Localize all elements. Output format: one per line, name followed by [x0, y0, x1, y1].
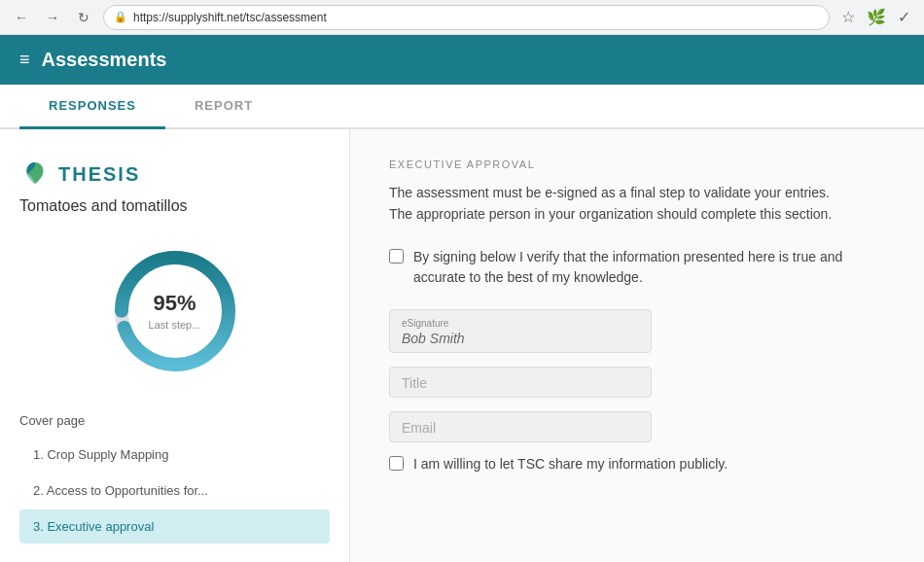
- donut-chart-container: 95% Last step...: [19, 238, 330, 384]
- thesis-logo-text: THESIS: [58, 163, 140, 186]
- share-checkbox-label: I am willing to let TSC share my informa…: [413, 456, 728, 472]
- browser-action-icons: ☆ 🌿 ✓: [837, 6, 914, 28]
- main-content: THESIS Tomatoes and tomatillos 95% Last …: [0, 129, 924, 562]
- hamburger-menu-icon[interactable]: ≡: [19, 50, 30, 70]
- esignature-label: eSignature: [402, 318, 639, 329]
- url-text: https://supplyshift.net/tsc/assessment: [133, 11, 327, 24]
- back-nav-button[interactable]: ←: [10, 6, 33, 29]
- share-checkbox-row: I am willing to let TSC share my informa…: [389, 456, 856, 472]
- star-icon[interactable]: ☆: [837, 6, 859, 28]
- right-content: EXECUTIVE APPROVAL The assessment must b…: [350, 129, 924, 562]
- sidebar: THESIS Tomatoes and tomatillos 95% Last …: [0, 129, 350, 562]
- verify-checkbox-label: By signing below I verify that the infor…: [413, 247, 856, 288]
- app-title: Assessments: [42, 49, 167, 71]
- donut-sublabel: Last step...: [149, 319, 201, 331]
- sidebar-subtitle: Tomatoes and tomatillos: [19, 197, 188, 215]
- esignature-value: Bob Smith: [402, 331, 465, 346]
- lock-icon: 🔒: [114, 11, 127, 23]
- verify-checkbox[interactable]: [389, 249, 404, 263]
- nav-section-label: Cover page: [19, 413, 85, 428]
- tab-report[interactable]: REPORT: [165, 85, 282, 129]
- app-header: ≡ Assessments: [0, 35, 924, 85]
- nav-item-access[interactable]: 2. Access to Opportunities for...: [19, 474, 330, 508]
- extension-icon-2[interactable]: ✓: [894, 6, 914, 28]
- share-checkbox[interactable]: [389, 456, 404, 471]
- url-bar[interactable]: 🔒 https://supplyshift.net/tsc/assessment: [103, 5, 830, 30]
- nav-item-crop-supply[interactable]: 1. Crop Supply Mapping: [19, 438, 330, 472]
- email-field[interactable]: Email: [389, 411, 652, 442]
- extension-icon-1[interactable]: 🌿: [863, 6, 890, 28]
- verify-checkbox-row: By signing below I verify that the infor…: [389, 247, 856, 288]
- browser-chrome: ← → ↻ 🔒 https://supplyshift.net/tsc/asse…: [0, 0, 924, 35]
- section-label: EXECUTIVE APPROVAL: [389, 158, 885, 170]
- donut-label: 95% Last step...: [149, 291, 201, 332]
- nav-item-executive[interactable]: 3. Executive approval: [19, 509, 330, 544]
- thesis-logo-icon: [19, 158, 51, 190]
- title-field[interactable]: Title: [389, 367, 652, 398]
- title-placeholder: Title: [402, 375, 427, 391]
- esignature-field[interactable]: eSignature Bob Smith: [389, 309, 652, 353]
- email-placeholder: Email: [402, 420, 436, 436]
- forward-nav-button[interactable]: →: [41, 6, 64, 29]
- logo-area: THESIS: [19, 158, 140, 190]
- tabs-bar: RESPONSES REPORT: [0, 85, 924, 129]
- reload-button[interactable]: ↻: [72, 6, 95, 29]
- section-description: The assessment must be e-signed as a fin…: [389, 182, 856, 226]
- donut-percent: 95%: [149, 291, 201, 316]
- tab-responses[interactable]: RESPONSES: [19, 85, 165, 129]
